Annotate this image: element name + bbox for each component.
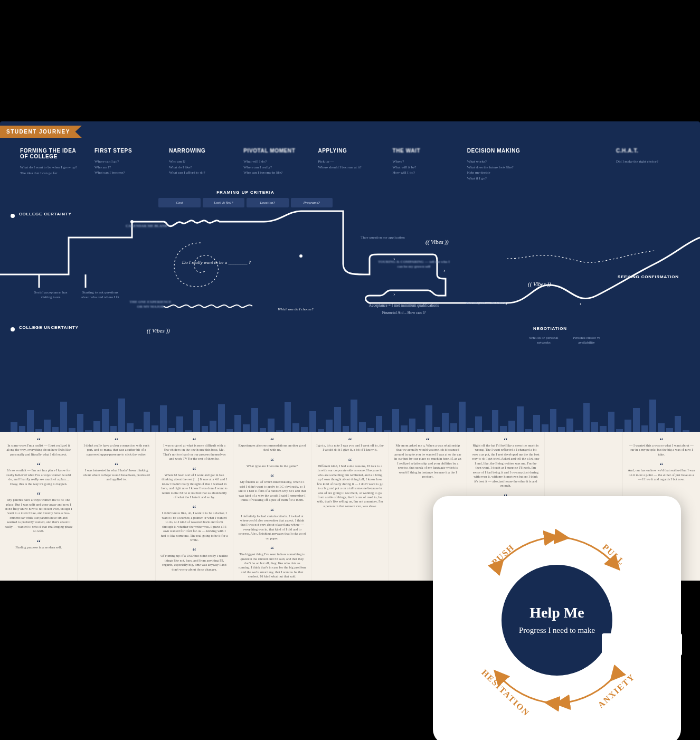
quote-block: “ — I wanted this a was so what I want a… xyxy=(628,439,695,457)
quote-block: “I was so good at what is more difficult… xyxy=(160,439,228,461)
quote-block: “Different kind, I had some reasons, I'd… xyxy=(316,460,384,508)
label-seeking: SEEKING CONFIRMATION xyxy=(618,274,679,279)
arrow-icon: › xyxy=(393,291,395,297)
label-one-experience: THE ONE EXPERIENCE OR MY MAJOR xyxy=(127,300,174,309)
quote-mark-icon: “ xyxy=(160,549,228,554)
bar xyxy=(218,404,225,433)
quote-block: “In some ways I'm a realist — I just rea… xyxy=(5,439,72,457)
bar xyxy=(102,409,109,433)
bar xyxy=(392,409,399,433)
phase-forming: FORMING THE IDEA OF COLLEGE What do I wa… xyxy=(15,146,89,183)
quote-text: My friends all of which interrelatedly, … xyxy=(238,480,306,502)
quote-block: “My friends all of which interrelatedly,… xyxy=(238,476,306,502)
bar xyxy=(376,416,383,433)
label-touring: TOURING & COMPARING — tell me who I can … xyxy=(377,260,451,269)
bar xyxy=(60,402,67,433)
quote-block: “My mom asked me a, When a was relations… xyxy=(394,439,461,479)
forces-diagram: PUSH PULL HESITATION ANXIETY Help Me Pro… xyxy=(459,523,655,718)
quote-mark-icon: “ xyxy=(5,494,72,498)
quote-text: It's so worth it — I'm not in a place I … xyxy=(5,468,72,486)
vibes-label-3: (( Vibes )) xyxy=(528,281,551,287)
bar xyxy=(27,410,34,433)
arrow-icon: ‹ xyxy=(580,300,582,306)
bar xyxy=(409,419,416,433)
dotted-confirmation xyxy=(507,251,655,262)
bar xyxy=(144,412,150,433)
quote-text: Of coming up of a USD but didn't really … xyxy=(160,554,228,572)
bar xyxy=(608,412,615,433)
quote-text: Right off the bat I'd feel like a mess t… xyxy=(472,443,540,488)
quote-block: “What type are I become in the game? xyxy=(238,460,306,468)
node-dot xyxy=(299,254,303,258)
label-schools-or: Schools or personal networks xyxy=(528,336,560,345)
quote-text: My parents have always wanted me to do o… xyxy=(5,498,72,534)
quote-text: Experiences also recommendations another… xyxy=(238,443,306,452)
label-cluster-a: Social acceptance, has visiting tours xyxy=(30,290,72,300)
quote-column: “I was so good at what is more difficult… xyxy=(156,432,233,581)
quote-block: “Experiences also recommendations anothe… xyxy=(238,439,306,452)
vibes-label-2: (( Vibes )) xyxy=(425,239,449,245)
quote-mark-icon: “ xyxy=(5,541,72,545)
quote-text: Different kind, I had some reasons, I'd … xyxy=(316,464,384,508)
quote-text: The biggest thing I've seen in how somet… xyxy=(238,552,306,579)
quote-column: “Experiences also recommendations anothe… xyxy=(233,432,311,581)
bar xyxy=(234,415,241,433)
label-they-question: They question my application xyxy=(359,235,406,240)
label-which-one: Which one do I choose? xyxy=(275,307,317,312)
label-really-want: Do I really want to be a ________ ? xyxy=(174,260,259,266)
quote-mark-icon: “ xyxy=(238,439,306,443)
quote-text: And, our has on how we'd that realized b… xyxy=(628,468,695,481)
bar xyxy=(533,415,540,433)
bar xyxy=(44,420,51,433)
quote-block: “I didn't know like, oh, I want it to be… xyxy=(160,507,228,542)
quote-text: I was so good at what is more difficult … xyxy=(160,443,228,461)
quote-block: “Finding purpose in a modern self. xyxy=(5,541,72,549)
phase-header-row: FORMING THE IDEA OF COLLEGE What do I wa… xyxy=(15,146,685,183)
quote-mark-icon: “ xyxy=(82,439,150,443)
bar xyxy=(268,419,275,433)
quote-mark-icon: “ xyxy=(394,439,461,443)
quote-text: What type are I become in the game? xyxy=(238,464,306,468)
bar xyxy=(517,406,524,433)
bar-chart xyxy=(11,385,689,433)
quote-mark-icon: “ xyxy=(5,439,72,443)
bar xyxy=(326,420,333,433)
quote-mark-icon: “ xyxy=(238,510,306,514)
quote-block: “I didn't really have a clear connection… xyxy=(82,439,150,457)
quote-block: “I got a, it's a note I was you and I we… xyxy=(316,439,384,452)
quote-text: In some ways I'm a realist — I just real… xyxy=(5,443,72,457)
bar xyxy=(334,407,341,433)
quote-mark-icon: “ xyxy=(472,439,540,443)
quote-mark-icon: “ xyxy=(628,439,695,443)
quote-block: “When I'd been sort of I went and got in… xyxy=(160,469,228,500)
bar xyxy=(566,419,573,433)
quote-block: “Of coming up of a USD but didn't really… xyxy=(160,549,228,572)
bar xyxy=(508,421,515,433)
center-circle: Help Me Progress I need to make xyxy=(502,565,612,676)
quote-text: My mom asked me a, When a was relationsh… xyxy=(394,443,461,479)
quote-mark-icon: “ xyxy=(160,507,228,511)
phase-wait: THE WAIT Where? What will it be? How wil… xyxy=(387,146,462,183)
bar xyxy=(93,421,100,433)
bar xyxy=(492,410,499,433)
quote-text: I definitely looked certain criteria. I … xyxy=(238,514,306,541)
bar xyxy=(425,405,432,433)
bar xyxy=(675,416,682,433)
quote-text: I got a, it's a note I was you and I wen… xyxy=(316,443,384,452)
bar xyxy=(176,416,183,433)
quote-block: “I definitely looked certain criteria. I… xyxy=(238,510,306,541)
quote-text: Finding purpose in a modern self. xyxy=(5,545,72,549)
quote-text: — I wanted this a was so what I want abo… xyxy=(628,443,695,457)
phase-first-steps: FIRST STEPS Where can I go? Who am I? Wh… xyxy=(89,146,164,183)
tiny-card xyxy=(602,633,682,656)
quote-text: I didn't really have a clear connection … xyxy=(82,443,150,457)
quote-block: “My parents have always wanted me to do … xyxy=(5,494,72,534)
quote-mark-icon: “ xyxy=(238,460,306,464)
label-negotiation: NEGOTIATION xyxy=(533,326,567,331)
quote-mark-icon: “ xyxy=(238,476,306,480)
quote-mark-icon: “ xyxy=(316,460,384,464)
label-acceptance: Acceptance = I met minimum qualification… xyxy=(359,303,449,308)
quote-block: “And, our has on how we'd that realized … xyxy=(628,464,695,481)
bar xyxy=(118,399,125,433)
bar xyxy=(309,411,316,433)
